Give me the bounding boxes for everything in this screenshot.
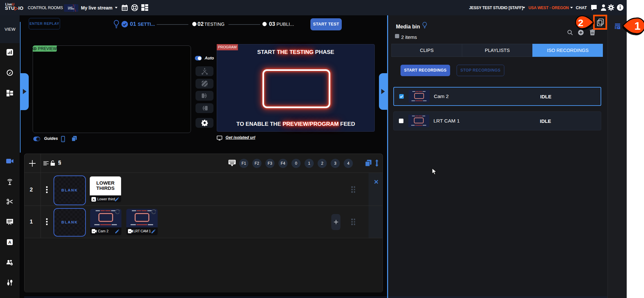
svg-text:1: 1: [635, 20, 641, 32]
svg-text:2: 2: [578, 17, 584, 28]
svg-text:A: A: [93, 198, 95, 201]
svg-text:A: A: [8, 240, 11, 245]
